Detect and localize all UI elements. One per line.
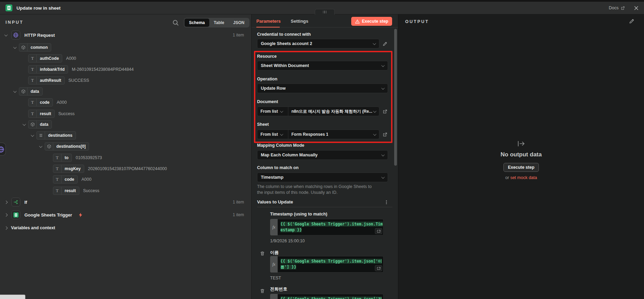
expression-text: {{ $('Google Sheets Trigger').item.json.… bbox=[280, 222, 383, 226]
mapping-mode-label: Mapping Column Mode bbox=[257, 143, 304, 148]
tab-settings[interactable]: Settings bbox=[291, 14, 308, 27]
google-sheets-icon bbox=[11, 210, 20, 219]
expand-expression-icon[interactable] bbox=[375, 265, 382, 271]
string-type-icon: T bbox=[53, 165, 62, 173]
open-document-external-icon[interactable] bbox=[381, 108, 388, 115]
tree-array-destinations[interactable]: destinations bbox=[0, 130, 251, 141]
expression-editor[interactable]: {{ $('Google Sheets Trigger').item.json.… bbox=[278, 219, 384, 235]
output-empty-state: No output data Execute step or set mock … bbox=[398, 140, 644, 180]
kebab-menu-icon[interactable] bbox=[383, 199, 390, 206]
name-expression-field[interactable]: fx {{ $('Google Sheets Trigger').item.js… bbox=[270, 256, 384, 273]
tree-field-result2[interactable]: Tresult Success bbox=[0, 185, 251, 196]
chevron-down-icon[interactable] bbox=[39, 144, 43, 148]
tree-node-if[interactable]: If 1 item bbox=[0, 197, 251, 208]
key-name: authCode bbox=[37, 56, 62, 61]
tab-table[interactable]: Table bbox=[209, 19, 229, 27]
tree-field-code[interactable]: Tcode A000 bbox=[0, 97, 251, 108]
tree-field-result[interactable]: Tresult Success bbox=[0, 108, 251, 119]
tree-object-common[interactable]: common bbox=[0, 42, 251, 53]
execute-step-label: Execute step bbox=[362, 19, 388, 24]
chevron-down-icon[interactable] bbox=[31, 133, 34, 137]
key-name: result bbox=[37, 111, 54, 116]
string-type-icon: T bbox=[29, 55, 37, 62]
tree-object-destinations0[interactable]: destinations[0] bbox=[0, 141, 251, 152]
active-tab-underline bbox=[256, 27, 280, 27]
chevron-down-icon[interactable] bbox=[4, 33, 8, 36]
search-icon[interactable] bbox=[172, 19, 179, 26]
tree-node-google-sheets-trigger[interactable]: Google Sheets Trigger 1 item bbox=[0, 209, 251, 220]
google-sheets-icon bbox=[5, 4, 12, 11]
chevron-right-icon[interactable] bbox=[4, 200, 8, 204]
field-value: 01053392573 bbox=[76, 155, 102, 160]
phone-field-label: 전화번호 bbox=[270, 286, 287, 292]
no-output-title: No output data bbox=[501, 151, 542, 158]
resource-select[interactable]: Sheet Within Document bbox=[257, 61, 388, 70]
edit-output-pencil-icon[interactable] bbox=[629, 18, 636, 25]
operation-select[interactable]: Update Row bbox=[257, 84, 388, 93]
browser-status-box bbox=[0, 295, 25, 299]
chevron-down-icon bbox=[280, 109, 283, 113]
credential-select[interactable]: Google Sheets account 2 bbox=[257, 39, 379, 48]
mapping-mode-select[interactable]: Map Each Column Manually bbox=[257, 150, 388, 160]
expand-expression-icon[interactable] bbox=[375, 228, 382, 234]
expression-editor[interactable]: {{ $('Google Sheets Trigger').item.json[… bbox=[278, 294, 384, 299]
tree-field-authresult[interactable]: TauthResult SUCCESS bbox=[0, 75, 251, 86]
execute-step-button[interactable]: Execute step bbox=[351, 17, 392, 26]
timestamp-expression-field[interactable]: fx {{ $('Google Sheets Trigger').item.js… bbox=[270, 219, 384, 235]
tree-field-msgkey[interactable]: TmsgKey 20260109154238107POM447760244000 bbox=[0, 163, 251, 174]
document-value-select[interactable]: n8n으로 메시지 발송 자동화 체험하기 (Re... bbox=[288, 107, 379, 116]
parameters-panel: Parameters Settings Execute step Credent… bbox=[251, 14, 398, 299]
item-count: 1 item bbox=[233, 33, 244, 37]
panel-drag-handle[interactable] bbox=[315, 9, 335, 15]
delete-field-icon[interactable] bbox=[260, 251, 265, 256]
output-execute-step-button[interactable]: Execute step bbox=[503, 163, 539, 172]
string-type-icon: T bbox=[29, 110, 37, 118]
chevron-right-icon[interactable] bbox=[4, 226, 8, 230]
tab-json[interactable]: JSON bbox=[229, 19, 249, 27]
sheet-mode-value: From list bbox=[260, 132, 278, 137]
expression-text: 름'] }} bbox=[280, 265, 296, 269]
delete-field-icon[interactable] bbox=[260, 288, 265, 294]
tree-field-authcode[interactable]: TauthCode A000 bbox=[0, 53, 251, 64]
tree-object-data[interactable]: data bbox=[0, 86, 251, 97]
sheet-mode-select[interactable]: From list bbox=[257, 130, 288, 139]
chevron-down-icon[interactable] bbox=[13, 89, 17, 93]
field-value: SUCCESS bbox=[68, 78, 89, 83]
match-column-select[interactable]: Timestamp bbox=[257, 173, 388, 182]
mock-prefix: or bbox=[505, 175, 509, 180]
tree-object-data-nested[interactable]: data bbox=[0, 119, 251, 130]
open-sheet-external-icon[interactable] bbox=[381, 131, 388, 138]
chevron-down-icon[interactable] bbox=[13, 45, 17, 49]
field-value: A000 bbox=[57, 100, 67, 105]
key-name: destinations bbox=[45, 133, 76, 138]
sheet-value: Form Responses 1 bbox=[291, 132, 328, 137]
close-icon[interactable] bbox=[634, 6, 639, 10]
sheet-combo: From list Form Responses 1 bbox=[257, 130, 379, 139]
key-name: data bbox=[27, 89, 42, 94]
chevron-right-icon[interactable] bbox=[4, 213, 8, 217]
tree-node-variables-context[interactable]: Variables and context bbox=[0, 222, 251, 233]
tree-field-to[interactable]: Tto 01053392573 bbox=[0, 152, 251, 163]
document-label: Document bbox=[257, 99, 278, 104]
chevron-down-icon[interactable] bbox=[23, 122, 26, 126]
expression-editor[interactable]: {{ $('Google Sheets Trigger').item.json[… bbox=[278, 256, 384, 273]
tab-schema[interactable]: Schema bbox=[185, 19, 209, 27]
set-mock-data-link[interactable]: set mock data bbox=[510, 175, 537, 180]
parameters-header: Parameters Settings Execute step bbox=[252, 14, 398, 27]
scrollbar-thumb[interactable] bbox=[394, 29, 397, 166]
edit-credential-icon[interactable] bbox=[381, 40, 388, 47]
document-mode-select[interactable]: From list bbox=[257, 107, 288, 116]
phone-expression-field[interactable]: fx {{ $('Google Sheets Trigger').item.js… bbox=[270, 294, 384, 299]
chevron-down-icon bbox=[373, 109, 377, 113]
edge-node-tab[interactable] bbox=[0, 143, 6, 156]
tree-field-infobanktrid[interactable]: TinfobankTrId M-260109154238084PRD44844 bbox=[0, 64, 251, 75]
docs-link[interactable]: Docs bbox=[609, 5, 625, 10]
key-name: common bbox=[27, 45, 51, 50]
sheet-value-select[interactable]: Form Responses 1 bbox=[288, 130, 379, 139]
tab-parameters[interactable]: Parameters bbox=[256, 14, 281, 27]
chevron-down-icon bbox=[381, 64, 385, 67]
field-value: M-260109154238084PRD44844 bbox=[72, 67, 134, 72]
tree-node-http-request[interactable]: HTTP Request 1 item bbox=[0, 30, 251, 41]
docs-label: Docs bbox=[609, 5, 619, 10]
tree-field-code2[interactable]: Tcode A000 bbox=[0, 174, 251, 185]
